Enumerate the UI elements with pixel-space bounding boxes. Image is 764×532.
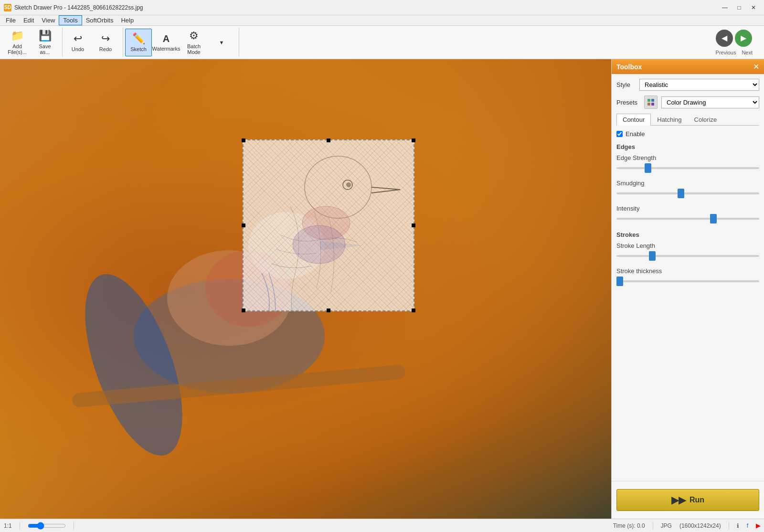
style-label: Style: [616, 81, 636, 88]
stroke-thickness-rail: [616, 280, 759, 282]
canvas-area[interactable]: [0, 59, 611, 519]
sketch-overlay: [243, 139, 414, 311]
style-row: Style Realistic Pencil Charcoal Ink: [616, 79, 759, 91]
intensity-group: Intensity: [616, 205, 759, 223]
next-button[interactable]: ▶: [735, 30, 752, 47]
svg-rect-12: [647, 99, 650, 102]
edge-strength-thumb[interactable]: [645, 163, 651, 173]
status-social-2[interactable]: ▶: [756, 522, 760, 529]
stroke-thickness-label: Stroke thickness: [616, 267, 759, 275]
add-files-label: Add File(s)...: [8, 43, 27, 55]
undo-button[interactable]: ↩ Undo: [64, 29, 91, 56]
menu-help[interactable]: Help: [117, 16, 138, 25]
sketch-lines-svg: [243, 139, 414, 311]
stroke-length-track: [616, 251, 759, 261]
more-tools-button[interactable]: ▼: [208, 29, 235, 56]
title-bar: SD Sketch Drawer Pro - 1442285_806616282…: [0, 0, 764, 15]
status-zoom: 1:1: [4, 522, 12, 529]
sketch-button[interactable]: ✏️ Sketch: [125, 29, 152, 56]
tab-colorize[interactable]: Colorize: [688, 114, 723, 125]
smudging-label: Smudging: [616, 180, 759, 187]
toolbox-close-button[interactable]: ✕: [753, 62, 759, 71]
run-icon: ▶▶: [671, 494, 686, 506]
smudging-thumb[interactable]: [678, 189, 684, 198]
run-section: ▶▶ Run: [612, 481, 764, 519]
menu-tools[interactable]: Tools: [59, 15, 82, 25]
status-sep-4: [729, 522, 729, 530]
stroke-thickness-thumb[interactable]: [616, 277, 623, 286]
nav-prev-next: ◀ ▶ Previous Next: [716, 30, 760, 55]
svg-rect-13: [651, 99, 654, 102]
stroke-length-label: Stroke Length: [616, 242, 759, 249]
intensity-track: [616, 214, 759, 223]
watermarks-button[interactable]: A Watermarks: [153, 29, 180, 56]
menu-bar: File Edit View Tools SoftOrbits Help: [0, 15, 764, 26]
nav-labels: Previous Next: [716, 50, 753, 55]
redo-button[interactable]: ↪ Redo: [92, 29, 119, 56]
status-social-1[interactable]: f: [747, 522, 748, 529]
minimize-button[interactable]: —: [718, 2, 732, 13]
run-label: Run: [690, 496, 704, 504]
presets-row: Presets Color Drawing Black & White Penc…: [616, 96, 759, 109]
menu-file[interactable]: File: [2, 16, 20, 25]
add-files-button[interactable]: 📁 Add File(s)...: [4, 29, 31, 56]
stroke-thickness-track: [616, 277, 759, 286]
tab-contour[interactable]: Contour: [616, 114, 651, 126]
stroke-length-thumb[interactable]: [649, 251, 656, 261]
zoom-ratio: 1:1: [4, 522, 12, 529]
menu-edit[interactable]: Edit: [20, 16, 38, 25]
previous-button[interactable]: ◀: [716, 30, 733, 47]
undo-label: Undo: [72, 46, 84, 52]
watermarks-label: Watermarks: [152, 46, 180, 52]
status-sep-3: [653, 522, 653, 530]
intensity-rail: [616, 218, 759, 220]
app-icon: SD: [4, 4, 11, 11]
previous-icon: ◀: [722, 33, 727, 43]
status-time: Time (s): 0.0: [613, 522, 645, 529]
stroke-length-group: Stroke Length: [616, 242, 759, 261]
next-label: Next: [742, 50, 753, 55]
edge-strength-group: Edge Strength: [616, 154, 759, 173]
toolbox-header: Toolbox ✕: [612, 59, 764, 74]
nav-buttons: ◀ ▶: [716, 30, 752, 47]
maximize-button[interactable]: □: [732, 2, 746, 13]
batch-mode-button[interactable]: ⚙ Batch Mode: [180, 29, 207, 56]
edges-title: Edges: [616, 143, 759, 150]
status-format: JPG: [661, 522, 672, 529]
close-button[interactable]: ✕: [747, 2, 760, 13]
run-button[interactable]: ▶▶ Run: [616, 489, 759, 511]
style-select[interactable]: Realistic Pencil Charcoal Ink: [639, 79, 759, 91]
svg-point-11: [293, 225, 345, 264]
add-files-icon: 📁: [11, 30, 24, 42]
presets-icon-button[interactable]: [644, 96, 658, 109]
menu-view[interactable]: View: [38, 16, 59, 25]
title-bar-text: Sketch Drawer Pro - 1442285_80661628222s…: [14, 4, 143, 11]
edges-section: Edges Edge Strength Smudging: [616, 143, 759, 223]
batch-mode-icon: ⚙: [189, 30, 199, 42]
presets-select[interactable]: Color Drawing Black & White Pencil Sketc…: [661, 96, 759, 108]
toolbar: 📁 Add File(s)... 💾 Save as... ↩ Undo ↪ R…: [0, 26, 764, 59]
tab-hatching[interactable]: Hatching: [651, 114, 688, 125]
status-dimensions: (1600x1242x24): [679, 522, 721, 529]
toolbar-tools-group: ✏️ Sketch A Watermarks ⚙ Batch Mode ▼: [125, 28, 239, 57]
enable-checkbox[interactable]: [616, 131, 623, 137]
watermarks-icon: A: [163, 33, 170, 44]
toolbox-body: Style Realistic Pencil Charcoal Ink Pres…: [612, 74, 764, 481]
tabs-row: Contour Hatching Colorize: [616, 114, 759, 126]
svg-rect-14: [647, 103, 650, 106]
zoom-slider[interactable]: [28, 522, 66, 530]
edge-strength-track: [616, 163, 759, 173]
previous-label: Previous: [716, 50, 736, 55]
edge-strength-label: Edge Strength: [616, 154, 759, 161]
status-sep-2: [74, 522, 74, 530]
status-info-icon[interactable]: ℹ: [737, 522, 739, 529]
svg-rect-15: [651, 103, 654, 106]
sketch-icon: ✏️: [132, 32, 145, 45]
smudging-group: Smudging: [616, 180, 759, 198]
next-icon: ▶: [741, 33, 746, 43]
save-as-button[interactable]: 💾 Save as...: [32, 29, 58, 56]
menu-softorbits[interactable]: SoftOrbits: [82, 16, 117, 25]
presets-icon-svg: [647, 98, 655, 106]
intensity-thumb[interactable]: [710, 214, 717, 223]
enable-label: Enable: [626, 130, 645, 138]
